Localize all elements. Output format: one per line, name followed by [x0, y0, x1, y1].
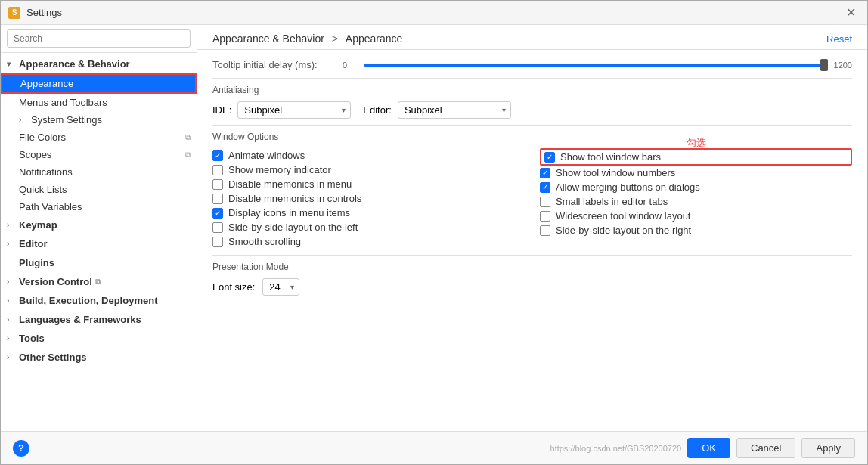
ide-select-value: Subpixel [244, 104, 282, 116]
checkbox-label-show-memory: Show memory indicator [228, 164, 331, 175]
checkbox-row-display-icons[interactable]: Display icons in menu items [212, 206, 525, 220]
window-title: Settings [26, 7, 62, 18]
checkbox-smooth-scrolling[interactable] [212, 237, 223, 247]
presentation-mode-title: Presentation Mode [212, 262, 852, 272]
copy-icon: ⧉ [185, 150, 191, 160]
sidebar-item-languages[interactable]: › Languages & Frameworks [1, 310, 197, 329]
sidebar-item-file-colors[interactable]: File Colors ⧉ [1, 129, 197, 146]
checkbox-display-icons[interactable] [212, 208, 223, 219]
checkbox-row-smooth-scrolling[interactable]: Smooth scrolling [212, 234, 525, 249]
search-box [1, 25, 197, 53]
checkbox-show-tool-window-numbers[interactable] [540, 168, 550, 178]
sidebar-item-notifications[interactable]: Notifications [1, 163, 197, 181]
checkbox-widescreen[interactable] [540, 211, 550, 222]
editor-select-value: Subpixel [405, 104, 442, 116]
checkbox-allow-merging-buttons[interactable] [540, 182, 550, 193]
sidebar-section: ▾ Appearance & Behavior Appearance Menus… [1, 53, 197, 368]
checkbox-row-animate-windows[interactable]: Animate windows [212, 148, 525, 163]
sidebar-item-plugins[interactable]: Plugins [1, 253, 197, 272]
checkbox-side-by-side-right[interactable] [540, 225, 550, 236]
font-size-select[interactable]: 24 ▾ [262, 278, 299, 296]
editor-antialiasing-select[interactable]: Subpixel ▾ [398, 101, 511, 119]
checkbox-show-memory[interactable] [212, 165, 223, 175]
sidebar-item-system-settings[interactable]: › System Settings [1, 111, 197, 129]
window-options-section-title: Window Options [212, 132, 852, 142]
divider-2 [212, 125, 852, 126]
sidebar-item-tools[interactable]: › Tools [1, 329, 197, 348]
checkbox-row-small-labels[interactable]: Small labels in editor tabs [540, 194, 852, 209]
checkbox-show-tool-window-bars[interactable] [544, 152, 555, 163]
chevron-down-icon: ▾ [7, 60, 16, 68]
watermark-text: https://blog.csdn.net/GBS20200720 [550, 444, 682, 453]
reset-link[interactable]: Reset [826, 33, 852, 45]
sidebar-item-keymap[interactable]: › Keymap [1, 215, 197, 234]
slider-max: 1200 [834, 60, 852, 70]
app-icon: S [8, 7, 20, 19]
settings-window: S Settings ✕ ▾ Appearance & Behavior App… [0, 0, 868, 465]
sidebar-group-label: Version Control [19, 276, 92, 287]
sidebar-item-menus-toolbars[interactable]: Menus and Toolbars [1, 94, 197, 111]
title-bar-left: S Settings [8, 7, 62, 19]
sidebar-item-other-settings[interactable]: › Other Settings [1, 348, 197, 367]
sidebar-item-label: Menus and Toolbars [19, 97, 191, 108]
sidebar-item-label: System Settings [31, 114, 191, 126]
antialiasing-editor-field: Editor: Subpixel ▾ [363, 101, 511, 119]
checkbox-disable-mnemonics-menu[interactable] [212, 179, 223, 190]
checkbox-row-side-by-side-right[interactable]: Side-by-side layout on the right [540, 223, 852, 237]
breadcrumb: Appearance & Behavior > Appearance [212, 33, 402, 45]
sidebar-item-label: Notifications [19, 166, 191, 178]
sidebar-group-label: Appearance & Behavior [19, 58, 130, 70]
sidebar-item-scopes[interactable]: Scopes ⧉ [1, 146, 197, 163]
checkbox-row-show-tool-window-numbers[interactable]: Show tool window numbers [540, 166, 852, 180]
sidebar-group-label: Build, Execution, Deployment [19, 295, 157, 306]
checkbox-label-display-icons: Display icons in menu items [228, 207, 350, 219]
checkbox-row-allow-merging-buttons[interactable]: Allow merging buttons on dialogs [540, 180, 852, 194]
search-input[interactable] [7, 29, 191, 48]
antialiasing-section-title: Antialiasing [212, 85, 852, 95]
ok-button[interactable]: OK [687, 438, 730, 458]
checkbox-small-labels[interactable] [540, 197, 550, 207]
chevron-right-icon: › [7, 334, 16, 343]
bottom-bar-right: https://blog.csdn.net/GBS20200720 OK Can… [550, 438, 855, 458]
help-button[interactable]: ? [13, 440, 29, 457]
checkbox-row-widescreen[interactable]: Widescreen tool window layout [540, 209, 852, 223]
ide-antialiasing-select[interactable]: Subpixel ▾ [237, 101, 351, 119]
checkbox-row-disable-mnemonics-controls[interactable]: Disable mnemonics in controls [212, 191, 525, 206]
checkbox-label-show-tool-window-numbers: Show tool window numbers [556, 167, 675, 178]
sidebar-item-quick-lists[interactable]: Quick Lists [1, 181, 197, 198]
antialiasing-row: IDE: Subpixel ▾ Editor: Subpixel ▾ [212, 101, 852, 119]
slider-track [364, 64, 828, 67]
checkbox-row-show-tool-window-bars[interactable]: Show tool window bars [540, 148, 852, 166]
cancel-button[interactable]: Cancel [736, 438, 795, 458]
sidebar-item-label: Appearance [20, 78, 189, 89]
close-button[interactable]: ✕ [842, 4, 860, 22]
checkbox-label-show-tool-window-bars: Show tool window bars [560, 151, 661, 163]
sidebar-item-build-exec[interactable]: › Build, Execution, Deployment [1, 291, 197, 310]
checkbox-row-side-by-side-left[interactable]: Side-by-side layout on the left [212, 220, 525, 234]
chevron-right-icon: › [19, 116, 28, 124]
apply-button[interactable]: Apply [801, 438, 855, 458]
tooltip-slider[interactable] [364, 64, 828, 67]
options-left-col: Animate windows Show memory indicator Di… [212, 148, 525, 249]
checkbox-disable-mnemonics-controls[interactable] [212, 194, 223, 204]
checkbox-side-by-side-left[interactable] [212, 222, 223, 233]
copy-icon: ⧉ [185, 133, 191, 142]
breadcrumb-parent: Appearance & Behavior [212, 33, 324, 45]
checkbox-label-side-by-side-left: Side-by-side layout on the left [228, 222, 358, 233]
sidebar-item-version-control[interactable]: › Version Control ⧉ [1, 272, 197, 291]
chevron-down-icon: ▾ [502, 106, 506, 114]
checkbox-row-disable-mnemonics-menu[interactable]: Disable mnemonics in menu [212, 177, 525, 191]
sidebar-item-appearance[interactable]: Appearance [1, 73, 197, 94]
window-options-grid: Animate windows Show memory indicator Di… [212, 148, 852, 249]
checkbox-row-show-memory[interactable]: Show memory indicator [212, 163, 525, 177]
sidebar-group-label: Editor [19, 238, 48, 250]
highlighted-wrapper: 勾选 Show tool window bars [540, 148, 852, 166]
checkbox-label-widescreen: Widescreen tool window layout [556, 210, 690, 222]
checkbox-animate-windows[interactable] [212, 150, 223, 161]
sidebar-item-editor[interactable]: › Editor [1, 234, 197, 253]
sidebar-group-label: Languages & Frameworks [19, 314, 141, 325]
sidebar-item-appearance-behavior[interactable]: ▾ Appearance & Behavior [1, 54, 197, 73]
sidebar-item-label: Scopes [19, 149, 182, 160]
antialiasing-ide-field: IDE: Subpixel ▾ [212, 101, 351, 119]
sidebar-item-path-variables[interactable]: Path Variables [1, 198, 197, 215]
